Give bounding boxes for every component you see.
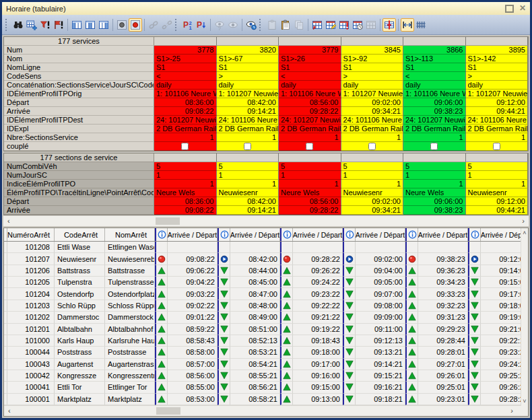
cell-arrivee-col5[interactable]: 09:38:23	[403, 107, 466, 116]
cell-expl-col6[interactable]: 2 DB German Rail	[466, 125, 529, 133]
cell-arrivee-col3[interactable]: 09:28:22	[279, 107, 341, 116]
scroll-up-icon[interactable]: ˄	[523, 230, 526, 236]
scroll-right-icon[interactable]: ›	[522, 216, 525, 225]
stops-vscrollbar[interactable]: ˄ ˅	[521, 228, 528, 406]
scroll-left-icon[interactable]: ‹	[7, 216, 10, 225]
cell-arrivee-col4[interactable]: 09:34:21	[341, 107, 404, 116]
cell-jour-col3[interactable]: daily	[279, 81, 341, 90]
up-direction-icon[interactable]	[155, 288, 168, 300]
time-cell[interactable]: 09:18:00	[293, 347, 343, 358]
scroll-right-icon[interactable]: ›	[510, 406, 513, 415]
up-direction-icon[interactable]	[280, 265, 293, 277]
cell-combi-col6[interactable]: 5	[466, 162, 529, 171]
cell-arrivee-col3[interactable]: 09:28:22	[279, 206, 341, 215]
show-times-icon[interactable]	[244, 18, 258, 32]
time-cell[interactable]: 09:02:00	[356, 253, 405, 265]
cell-depart-col3[interactable]: 08:56:00	[279, 98, 341, 107]
stop-row-101205[interactable]: 101205TulpenstraTulpenstrasse09:04:2208:…	[4, 277, 529, 288]
arrival-departure-header-2[interactable]: Arrivée / Départ	[230, 228, 280, 241]
cell-sens-col1[interactable]: <	[154, 72, 217, 81]
time-cell[interactable]: 08:58:43	[168, 335, 218, 347]
column-header-cell-2[interactable]	[217, 37, 279, 46]
column-header-cell-3[interactable]	[279, 153, 341, 162]
down-direction-icon[interactable]	[218, 312, 230, 323]
time-cell[interactable]: 08:54:21	[230, 359, 280, 370]
time-cell[interactable]: 08:59:22	[168, 324, 218, 335]
stop-row-101203[interactable]: 101203Schlo RüppSchloss Rüppurr09:02:220…	[4, 300, 529, 312]
time-cell[interactable]: 09:15:21	[356, 370, 405, 382]
cell-sens-col4[interactable]: >	[341, 72, 404, 81]
cell-nbre-col2[interactable]: 1	[217, 133, 279, 142]
time-cell[interactable]: 09:19:22	[293, 324, 343, 335]
cell-sens-col2[interactable]: >	[217, 72, 279, 81]
cell-arrivee-col1[interactable]: 09:08:22	[154, 107, 217, 116]
up-direction-icon[interactable]	[280, 324, 293, 335]
time-cell[interactable]: 09:15:00	[293, 382, 343, 393]
up-direction-icon[interactable]	[280, 277, 293, 288]
cell-couple-col2[interactable]	[217, 142, 279, 151]
stop-row-100043[interactable]: 100043AugartenstAugartenstrasse08:57:000…	[4, 359, 529, 370]
time-cell[interactable]: 08:48:00	[230, 300, 280, 312]
cell-nom-col1[interactable]: S1>-25	[154, 55, 217, 63]
stops-hscrollbar[interactable]: ‹ ›	[4, 405, 528, 416]
up-direction-icon[interactable]	[155, 265, 168, 277]
mark-cell[interactable]	[405, 242, 418, 253]
cell-orig-col4[interactable]: 1: 101207 Neuwiesenr	[341, 90, 404, 98]
cell-joursc-col1[interactable]: 1	[154, 171, 217, 180]
stop-row-101206[interactable]: 101206BattstrassBattstrasse09:06:2208:44…	[4, 265, 529, 277]
stop-row-100042[interactable]: 100042KongresszeKongresszentrum08:56:000…	[4, 370, 529, 382]
mark-cell[interactable]	[218, 242, 230, 253]
couple-checkbox[interactable]	[368, 143, 376, 150]
marking-off-icon[interactable]	[115, 18, 129, 32]
cell-jour-col5[interactable]: daily	[403, 81, 466, 90]
down-direction-icon[interactable]	[218, 288, 230, 300]
cell-code-col6[interactable]: Neuwiesenr	[466, 188, 529, 197]
cell-arrivee-col1[interactable]: 09:08:22	[154, 206, 217, 215]
cell-num-col1[interactable]: 3778	[154, 46, 217, 55]
down-direction-icon[interactable]	[468, 277, 481, 288]
time-cell[interactable]: 09:18:21	[356, 394, 405, 405]
cell-expl-col1[interactable]: 2 DB German Rail	[154, 125, 217, 133]
down-direction-icon[interactable]	[218, 370, 230, 382]
timetable-clock-icon[interactable]	[351, 18, 364, 32]
column-header-cell-1[interactable]	[154, 153, 217, 162]
time-cell[interactable]: 09:25:01	[418, 382, 468, 393]
sections-scroll-thumb[interactable]	[156, 217, 180, 225]
time-cell[interactable]: 09:13:21	[356, 347, 405, 358]
insert-column-middle-icon[interactable]	[84, 18, 97, 32]
insert-column-right-icon[interactable]	[97, 18, 110, 32]
cell-expl-col2[interactable]: 2 DB German Rail	[217, 125, 279, 133]
cell-ligne-col1[interactable]: S1	[154, 63, 217, 72]
down-direction-icon[interactable]	[468, 265, 481, 277]
cell-dest-col4[interactable]: 24: 101106 Neure Wels	[341, 116, 404, 125]
cell-nom-col6[interactable]: S1>-142	[466, 55, 529, 63]
up-direction-icon[interactable]	[405, 382, 418, 393]
time-cell[interactable]: 09:22:22	[293, 300, 343, 312]
time-cell[interactable]: 08:45:00	[230, 277, 280, 288]
cell-orig-col6[interactable]: 1: 101207 Neuwiesenr	[466, 90, 529, 98]
cell-joursc-col6[interactable]: 1	[466, 171, 529, 180]
down-direction-icon[interactable]	[343, 324, 356, 335]
fit-columns-icon[interactable]	[401, 18, 414, 32]
time-cell[interactable]	[230, 242, 280, 253]
time-cell[interactable]: 09:27:01	[418, 359, 468, 370]
sort-priority-icon[interactable]: P21	[181, 18, 195, 32]
stop-row-100044[interactable]: 100044PoststrassPoststrasse08:58:0008:53…	[4, 347, 529, 358]
flag-alert-icon[interactable]	[52, 18, 65, 32]
time-cell[interactable]: 09:31:23	[418, 312, 468, 323]
cell-nom-col3[interactable]: S1>-26	[279, 55, 341, 63]
up-direction-icon[interactable]	[280, 370, 293, 382]
cell-ligne-col2[interactable]: S1	[217, 63, 279, 72]
cell-combi-col4[interactable]: 5	[341, 162, 404, 171]
time-cell[interactable]: 08:49:00	[230, 312, 280, 323]
stop-row-101201[interactable]: 101201AlbtalbahnAlbtalbahnhof08:59:2208:…	[4, 324, 529, 335]
cell-indice-col5[interactable]: 1	[403, 180, 466, 188]
cell-jour-col4[interactable]: daily	[341, 81, 404, 90]
marking-on-icon[interactable]	[129, 18, 142, 32]
down-direction-icon[interactable]	[343, 335, 356, 347]
cell-nom-col2[interactable]: S1>-67	[217, 55, 279, 63]
scroll-down-icon[interactable]: ˅	[523, 398, 526, 405]
cell-ligne-col6[interactable]: S1	[466, 63, 529, 72]
cell-depart-col2[interactable]: 08:42:00	[217, 197, 279, 206]
time-cell[interactable]	[293, 242, 343, 253]
